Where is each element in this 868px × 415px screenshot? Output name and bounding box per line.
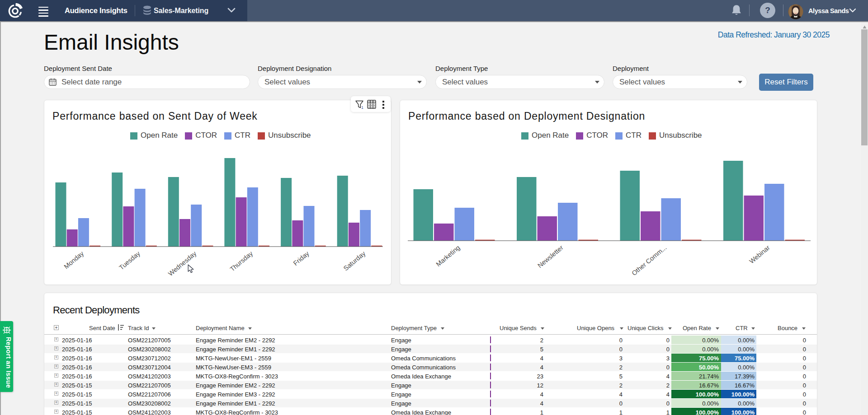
svg-text:Other Comm...: Other Comm... [630, 244, 668, 277]
svg-text:1: 1 [361, 105, 363, 109]
svg-text:Friday: Friday [292, 250, 311, 267]
svg-text:Saturday: Saturday [342, 250, 367, 272]
svg-text:Newsletter: Newsletter [536, 244, 565, 269]
svg-text:Thursday: Thursday [229, 250, 255, 273]
svg-text:Monday: Monday [62, 250, 85, 270]
svg-text:Tuesday: Tuesday [118, 250, 142, 271]
svg-text:Webinar: Webinar [748, 244, 771, 265]
svg-text:Marketing: Marketing [434, 244, 461, 268]
